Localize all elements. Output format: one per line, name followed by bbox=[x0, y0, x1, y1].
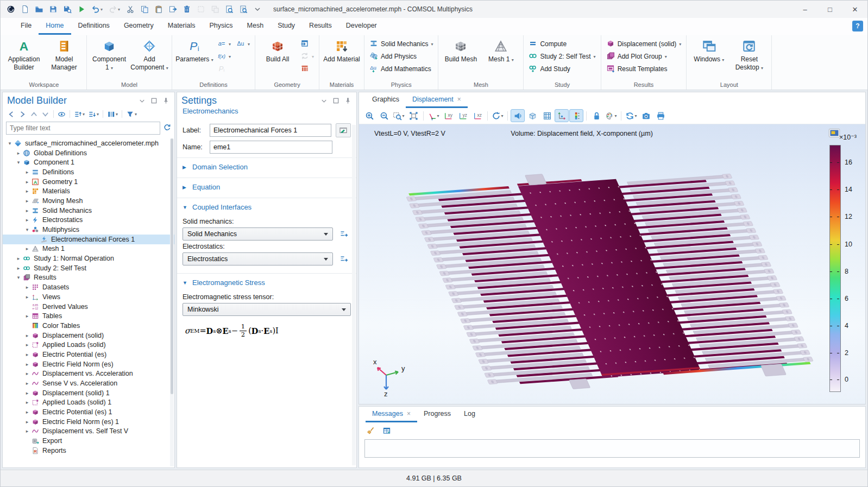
tree-item-tables[interactable]: ▸Tables bbox=[3, 311, 174, 321]
open-messages-window-button[interactable] bbox=[380, 424, 394, 437]
scene-light-button[interactable] bbox=[511, 109, 525, 122]
build-all-button[interactable]: Build All bbox=[257, 35, 298, 65]
tree-item-multiphysics[interactable]: ▾Multiphysics bbox=[3, 225, 174, 235]
tree-item-definitions[interactable]: ▸Definitions bbox=[3, 167, 174, 177]
tree-item-displacement-vs-acceleration[interactable]: ▸Displacement vs. Acceleration bbox=[3, 369, 174, 379]
columns-button[interactable]: ▾ bbox=[106, 109, 119, 119]
scene-rotation-button[interactable]: ▾ bbox=[490, 109, 505, 122]
windows-button[interactable]: Windows ▾ bbox=[689, 35, 729, 65]
cut-button[interactable] bbox=[123, 3, 137, 16]
build-mesh-button[interactable]: Build Mesh bbox=[441, 35, 481, 65]
menu-definitions[interactable]: Definitions bbox=[71, 18, 117, 35]
clear-messages-button[interactable] bbox=[363, 424, 378, 437]
tree-expander[interactable]: ▸ bbox=[23, 371, 31, 376]
show-axis-orientation-button[interactable] bbox=[555, 109, 569, 122]
tree-item-sense-v-vs-acceleration[interactable]: ▸Sense V vs. Acceleration bbox=[3, 378, 174, 388]
tree-item-reports[interactable]: RReports bbox=[3, 446, 174, 456]
result-templates-button[interactable]: Result Templates bbox=[603, 63, 684, 75]
new-file-button[interactable] bbox=[18, 3, 32, 16]
section-equation[interactable]: ▶ Equation bbox=[177, 178, 356, 195]
find-button[interactable] bbox=[222, 3, 236, 16]
tree-item-displacement-vs-self-test-v[interactable]: ▸Displacement vs. Self Test V bbox=[3, 427, 174, 437]
add-mathematics-button[interactable]: ΔuAdd Mathematics bbox=[367, 63, 436, 75]
menu-study[interactable]: Study bbox=[271, 18, 302, 35]
run-button[interactable] bbox=[74, 3, 89, 16]
go-to-yz-view-button[interactable]: yz bbox=[456, 109, 470, 122]
tree-expander[interactable]: ▾ bbox=[23, 227, 31, 232]
environment-reflections-button[interactable]: ▾ bbox=[624, 109, 638, 122]
tree-item-electrostatics[interactable]: ▸Electrostatics bbox=[3, 216, 174, 225]
tree-item-moving-mesh[interactable]: ▸Moving Mesh bbox=[3, 196, 174, 206]
tree-item-datasets[interactable]: ▸Datasets bbox=[3, 282, 174, 292]
tree-expander[interactable]: ▸ bbox=[23, 208, 31, 213]
tree-expander[interactable]: ▾ bbox=[6, 141, 14, 146]
solid-mechanics-dropdown[interactable]: Solid Mechanics bbox=[183, 227, 333, 241]
menu-geometry[interactable]: Geometry bbox=[117, 18, 161, 35]
tree-item-displacement-solid-[interactable]: ▸Displacement (solid) bbox=[3, 331, 174, 340]
tree-expander[interactable]: ▸ bbox=[23, 284, 31, 290]
tree-expander[interactable]: ▸ bbox=[15, 256, 22, 261]
add-physics-button[interactable]: Add Physics bbox=[367, 50, 436, 62]
tree-expander[interactable]: ▸ bbox=[23, 419, 31, 425]
virtual-operations-button[interactable] bbox=[298, 63, 317, 75]
open-file-button[interactable] bbox=[32, 3, 46, 16]
save-recovery-button[interactable] bbox=[60, 3, 74, 16]
tree-expander[interactable]: ▸ bbox=[23, 409, 31, 415]
duplicate-button[interactable] bbox=[166, 3, 180, 16]
go-to-source-button[interactable] bbox=[337, 252, 351, 265]
tree-expander[interactable]: ▸ bbox=[23, 169, 31, 175]
add-component-button[interactable]: Add Component ▾ bbox=[129, 35, 169, 73]
go-to-xy-view-button[interactable]: xy bbox=[441, 109, 455, 122]
tree-expander[interactable]: ▸ bbox=[23, 198, 31, 204]
model-manager-button[interactable]: Model Manager bbox=[44, 35, 84, 73]
active-plot-group-button[interactable]: Displacement (solid)▾ bbox=[603, 38, 684, 50]
tree-item-electric-field-norm-es-1[interactable]: ▸Electric Field Norm (es) 1 bbox=[3, 417, 174, 427]
tree-expander[interactable]: ▸ bbox=[23, 179, 31, 185]
menu-file[interactable]: File bbox=[14, 18, 39, 35]
tree-expander[interactable]: ▸ bbox=[15, 265, 22, 271]
image-snapshot-button[interactable] bbox=[639, 109, 653, 122]
tree-item-global-definitions[interactable]: ▸Global Definitions bbox=[3, 148, 174, 158]
save-file-button[interactable] bbox=[46, 3, 60, 16]
zoom-in-button[interactable] bbox=[362, 109, 376, 122]
messages-content[interactable] bbox=[364, 439, 860, 458]
application-builder-button[interactable]: AApplication Builder bbox=[4, 35, 44, 73]
menu-physics[interactable]: Physics bbox=[202, 18, 240, 35]
tree-item-materials[interactable]: ▸Materials bbox=[3, 186, 174, 196]
electrostatics-dropdown[interactable]: Electrostatics bbox=[183, 252, 333, 265]
tree-item-electric-potential-es-[interactable]: ▸Electric Potential (es) bbox=[3, 350, 174, 359]
import-button[interactable] bbox=[298, 38, 317, 50]
tree-expander[interactable]: ▸ bbox=[23, 352, 31, 357]
move-down-button[interactable]: ▾ bbox=[87, 109, 100, 119]
tree-item-electromechanical-forces-1[interactable]: Electromechanical Forces 1 bbox=[3, 235, 174, 244]
float-panel-icon[interactable] bbox=[150, 97, 158, 105]
tree-expander[interactable]: ▸ bbox=[23, 381, 31, 386]
tree-expander[interactable]: ▸ bbox=[23, 333, 31, 338]
tree-expander[interactable]: ▸ bbox=[23, 188, 31, 194]
color-palette-button[interactable]: ▾ bbox=[604, 109, 618, 122]
show-color-legend-button[interactable] bbox=[569, 109, 583, 122]
close-button[interactable]: ✕ bbox=[842, 1, 867, 18]
find-results-button[interactable] bbox=[236, 3, 250, 16]
close-icon[interactable]: × bbox=[407, 410, 411, 418]
paste-button[interactable] bbox=[152, 3, 166, 16]
help-icon[interactable]: ? bbox=[852, 21, 863, 31]
zoom-box-button[interactable]: ▾ bbox=[392, 109, 406, 122]
lock-camera-button[interactable] bbox=[589, 109, 603, 122]
paste-selection-button[interactable] bbox=[208, 3, 222, 16]
tree-scrollbar[interactable] bbox=[170, 138, 174, 466]
tree-item-surface-micromachined-accelerometer-mph[interactable]: ▾surface_micromachined_accelerometer.mph bbox=[3, 138, 174, 148]
section-domain-selection[interactable]: ▶ Domain Selection bbox=[177, 157, 356, 175]
tree-expander[interactable]: ▸ bbox=[23, 390, 31, 396]
tree-expander[interactable]: ▾ bbox=[15, 160, 22, 165]
messages-tab-messages[interactable]: Messages× bbox=[366, 407, 417, 422]
show-grid-button[interactable] bbox=[540, 109, 554, 122]
name-field[interactable] bbox=[210, 141, 332, 154]
section-coupled-interfaces[interactable]: ▼ Coupled Interfaces bbox=[177, 198, 356, 216]
tree-item-electric-potential-es-1[interactable]: ▸Electric Potential (es) 1 bbox=[3, 407, 174, 417]
float-panel-icon[interactable] bbox=[332, 97, 340, 105]
zoom-out-button[interactable] bbox=[377, 109, 391, 122]
nav-up-button[interactable] bbox=[29, 109, 39, 119]
tree-expander[interactable]: ▸ bbox=[23, 246, 31, 251]
tree-item-geometry-1[interactable]: ▸AGeometry 1 bbox=[3, 177, 174, 187]
